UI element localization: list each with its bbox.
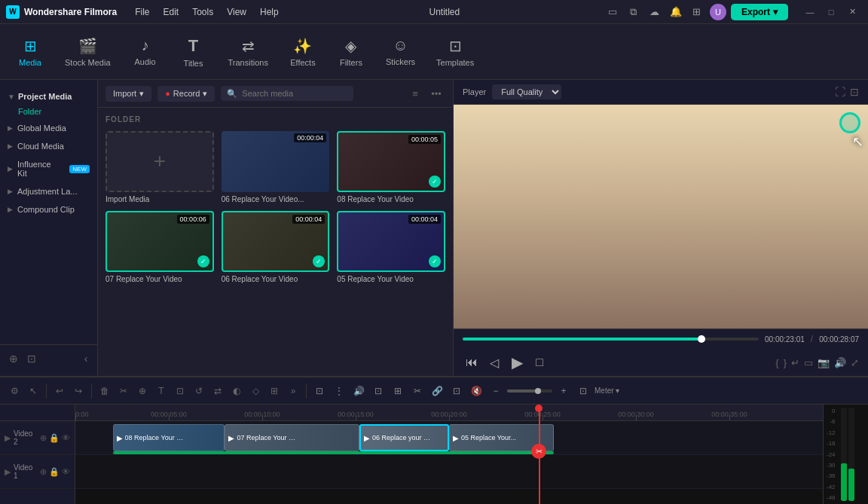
tool-media[interactable]: ⊞ Media [8, 32, 53, 72]
tool-effects[interactable]: ✨ Effects [280, 32, 326, 72]
menu-file[interactable]: File [129, 5, 155, 20]
sidebar-item-influence-kit[interactable]: ▶ Influence Kit NEW [0, 155, 97, 182]
tool-stock-media[interactable]: 🎬 Stock Media [56, 32, 120, 72]
maximize-button[interactable]: □ [821, 5, 841, 20]
filter-icon[interactable]: ≡ [406, 84, 424, 102]
media-item-1[interactable]: 00:00:04 06 Replace Your Video... [222, 131, 330, 203]
more-options-icon[interactable]: ••• [427, 84, 445, 102]
menu-tools[interactable]: Tools [186, 5, 219, 20]
rotate-icon[interactable]: ↺ [191, 383, 207, 399]
sidebar-item-global-media[interactable]: ▶ Global Media [0, 119, 97, 137]
meter-label[interactable]: Meter ▾ [594, 386, 619, 395]
search-input[interactable] [221, 86, 353, 101]
sidebar-project-media[interactable]: ▼ Project Media [0, 86, 97, 104]
track-eye-v2[interactable]: 👁 [62, 433, 70, 443]
delete-icon[interactable]: 🗑 [96, 383, 113, 399]
blade-icon[interactable]: ✂ [409, 383, 426, 399]
undo-icon[interactable]: ↩ [51, 383, 68, 399]
export-button[interactable]: Export ▾ [731, 4, 788, 20]
tool-audio[interactable]: ♪ Audio [123, 32, 168, 71]
import-button[interactable]: Import ▾ [105, 86, 151, 102]
clip-v2-1[interactable]: ▶ 08 Replace Your V... [113, 424, 225, 451]
tool-filters[interactable]: ◈ Filters [329, 32, 374, 72]
add-marker-icon[interactable]: ⊕ [134, 383, 151, 399]
tool-templates[interactable]: ⊡ Templates [427, 32, 483, 72]
avatar[interactable]: U [710, 4, 726, 20]
collapse-sidebar-icon[interactable]: ‹ [78, 351, 93, 366]
tool-titles[interactable]: T Titles [171, 32, 216, 72]
clip-v2-2[interactable]: ▶ 07 Replace Your Video [225, 424, 359, 451]
replace-icon[interactable]: ⇄ [209, 383, 226, 399]
select-tool-icon[interactable]: ↖ [25, 383, 41, 399]
import-media-item[interactable]: + Import Media [105, 131, 214, 203]
monitor-icon[interactable]: ▭ [804, 357, 813, 368]
keyframe-icon[interactable]: ◇ [247, 383, 264, 399]
snap-icon[interactable]: ⋮ [331, 383, 347, 399]
track-eye-v1[interactable]: 👁 [62, 467, 70, 477]
sidebar-item-cloud-media[interactable]: ▶ Cloud Media [0, 137, 97, 155]
timeline-progress[interactable] [463, 338, 759, 341]
record-button[interactable]: ● Record ▾ [157, 86, 215, 102]
track-lock-v1[interactable]: 🔒 [49, 467, 60, 477]
tool-stickers[interactable]: ☺ Stickers [377, 32, 424, 71]
sidebar-item-adjustment[interactable]: ▶ Adjustment La... [0, 182, 97, 200]
group-icon[interactable]: ⊞ [390, 383, 406, 399]
cut-icon[interactable]: ✂ [115, 383, 132, 399]
split-icon[interactable]: ⧉ [625, 4, 642, 20]
go-start-button[interactable]: ⏮ [463, 356, 481, 369]
more-tools-icon[interactable]: » [285, 383, 301, 399]
tool-transitions[interactable]: ⇄ Transitions [219, 32, 277, 72]
mute-icon[interactable]: 🔇 [468, 383, 484, 399]
expand-icon[interactable]: ⤢ [851, 357, 859, 368]
step-back-button[interactable]: ◁ [485, 356, 503, 370]
snapshot-icon[interactable]: 📷 [818, 357, 830, 368]
mark-out-icon[interactable]: } [784, 357, 787, 368]
minimize-button[interactable]: — [800, 5, 820, 20]
clip-insert-icon[interactable]: ↵ [791, 357, 799, 368]
import-folder-icon[interactable]: ⊡ [23, 350, 41, 368]
close-button[interactable]: ✕ [842, 5, 862, 20]
media-item-4[interactable]: 00:00:04 ✓ 06 Replace Your Video [222, 211, 330, 283]
crop-icon[interactable]: ⊡ [850, 86, 859, 98]
sidebar-folder[interactable]: Folder [0, 104, 97, 119]
sidebar-item-compound-clip[interactable]: ▶ Compound Clip [0, 200, 97, 218]
cloud-icon[interactable]: ☁ [646, 4, 663, 20]
clip-connect-icon[interactable]: ⊡ [370, 383, 387, 399]
zoom-in-icon[interactable]: + [555, 383, 572, 399]
play-button[interactable]: ▶ [508, 353, 526, 371]
timeline-settings-icon[interactable]: ⊡ [311, 383, 328, 399]
apps-icon[interactable]: ⊞ [689, 4, 705, 20]
redo-icon[interactable]: ↪ [70, 383, 87, 399]
video-audio-icon[interactable]: ⊞ [266, 383, 283, 399]
fullscreen-icon[interactable]: ⛶ [835, 86, 845, 98]
quality-select[interactable]: Full Quality 1/2 Quality 1/4 Quality [492, 84, 561, 99]
mark-in-icon[interactable]: { [775, 357, 778, 368]
zoom-out-icon[interactable]: − [487, 383, 504, 399]
split-audio-icon[interactable]: ⊡ [448, 383, 465, 399]
fit-icon[interactable]: ⊡ [575, 383, 591, 399]
media-item-5[interactable]: 00:00:04 ✓ 05 Replace Your Video [337, 211, 445, 283]
track-lock-v2[interactable]: 🔒 [49, 433, 60, 443]
link-icon[interactable]: 🔗 [429, 383, 445, 399]
notification-icon[interactable]: 🔔 [668, 4, 684, 20]
track-add-v2[interactable]: ⊕ [40, 433, 47, 443]
text-icon[interactable]: T [153, 383, 170, 399]
menu-help[interactable]: Help [254, 5, 285, 20]
audio-icon[interactable]: 🔊 [350, 383, 367, 399]
menu-edit[interactable]: Edit [157, 5, 185, 20]
media-item-2[interactable]: 00:00:05 ✓ 08 Replace Your Video [337, 131, 445, 203]
new-folder-icon[interactable]: ⊕ [5, 350, 23, 368]
crop-icon[interactable]: ⊡ [172, 383, 188, 399]
volume-icon[interactable]: 🔊 [834, 357, 846, 368]
menu-view[interactable]: View [221, 5, 252, 20]
screen-icon[interactable]: ▭ [604, 4, 621, 20]
track-add-v1[interactable]: ⊕ [40, 467, 47, 477]
zoom-slider[interactable] [507, 389, 552, 393]
full-preview-button[interactable]: □ [530, 356, 549, 369]
media-item-3[interactable]: 00:00:06 ✓ 07 Replace Your Video [105, 211, 214, 283]
toolbar-separator-2 [91, 383, 92, 399]
import-media-thumb[interactable]: + [105, 131, 214, 192]
color-icon[interactable]: ◐ [228, 383, 245, 399]
clip-v2-3[interactable]: ▶ 06 Replace your V... [359, 424, 449, 451]
track-settings-icon[interactable]: ⚙ [6, 383, 23, 399]
